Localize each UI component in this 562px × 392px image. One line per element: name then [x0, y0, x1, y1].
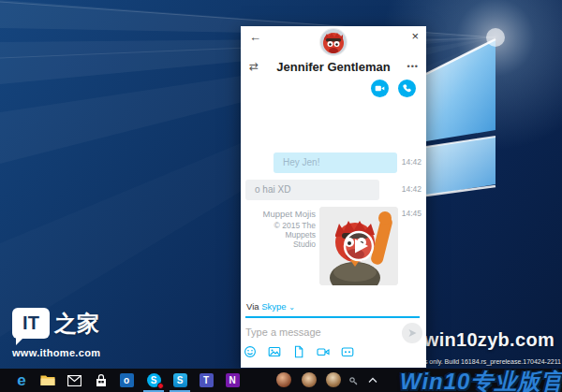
moji-icon[interactable] — [341, 345, 354, 358]
call-actions — [371, 80, 416, 97]
taskbar-file-explorer-icon[interactable] — [36, 369, 60, 392]
animal-muppet-avatar-image — [320, 29, 347, 55]
contact-avatar[interactable] — [320, 29, 347, 55]
skype-chat-window: ← × ⇄ Jennifer Gentleman ••• — [241, 26, 426, 368]
taskbar-people-avatar[interactable] — [326, 372, 341, 387]
sent-message-bubble: Hey Jen! — [274, 152, 397, 173]
via-channel[interactable]: Skype — [261, 301, 286, 312]
desktop: IT 之家 www.ithome.com win10zyb.com s only… — [0, 0, 562, 392]
watermark-insider-build: s only. Build 16184.rs_prerelease.170424… — [424, 358, 561, 365]
message-row-received: o hai XD 14:42 — [241, 180, 426, 200]
play-button-overlay — [345, 232, 373, 260]
taskbar-teams-icon[interactable]: T — [194, 369, 218, 392]
chevron-down-icon: ⌄ — [288, 303, 295, 312]
send-arrow-icon — [407, 327, 418, 339]
video-camera-icon — [375, 83, 385, 94]
via-label: Via — [246, 301, 259, 312]
voice-call-button[interactable] — [398, 80, 416, 97]
message-timestamp: 14:42 — [402, 157, 422, 167]
taskbar-skype-desktop-icon[interactable]: S — [141, 369, 166, 392]
ithome-url: www.ithome.com — [12, 347, 100, 358]
taskbar-tray-chevron-icon[interactable] — [363, 369, 382, 392]
moji-copyright: © 2015 The Muppets Studio — [245, 221, 316, 249]
send-button[interactable] — [402, 323, 422, 343]
taskbar-skype-preview-icon[interactable]: S — [168, 369, 192, 392]
taskbar-people-avatar[interactable] — [276, 372, 291, 387]
close-icon[interactable]: × — [411, 29, 419, 43]
message-timestamp: 14:42 — [402, 184, 422, 194]
taskbar-people-avatar[interactable] — [302, 372, 317, 387]
message-row-sent: Hey Jen! 14:42 — [241, 152, 426, 173]
video-call-button[interactable] — [371, 80, 389, 97]
taskbar-edge-icon[interactable]: e — [9, 369, 34, 392]
ithome-bubble-text: IT — [22, 312, 39, 334]
photo-icon[interactable] — [268, 345, 281, 358]
taskbar-people-more-icon[interactable] — [343, 369, 363, 392]
phone-icon — [402, 83, 412, 94]
watermark-site: win10zyb.com — [424, 329, 555, 351]
moji-video-thumbnail[interactable] — [319, 207, 398, 285]
taskbar-store-icon[interactable] — [89, 369, 113, 392]
window-titlebar: ← × — [241, 26, 426, 56]
file-icon[interactable] — [292, 345, 305, 358]
moji-copyright-line1: © 2015 The Muppets — [274, 221, 316, 240]
emoticon-icon[interactable] — [244, 345, 257, 358]
message-row-moji: Muppet Mojis © 2015 The Muppets Studio — [241, 206, 426, 290]
taskbar-outlook-icon[interactable]: o — [114, 369, 139, 392]
more-options-icon[interactable]: ••• — [407, 62, 419, 71]
taskbar-mail-icon[interactable] — [62, 369, 86, 392]
moji-title: Muppet Mojis — [245, 209, 316, 219]
message-input[interactable] — [245, 322, 395, 342]
received-message-bubble: o hai XD — [245, 180, 379, 200]
moji-copyright-line2: Studio — [293, 240, 316, 249]
ithome-cn-text: 之家 — [54, 308, 99, 339]
back-button[interactable]: ← — [249, 30, 261, 44]
message-timestamp: 14:45 — [402, 209, 422, 218]
video-message-icon[interactable] — [317, 345, 330, 358]
via-selector[interactable]: Via Skype ⌄ — [246, 301, 295, 312]
watermark-site-cn: Win10专业版官网 — [400, 367, 562, 392]
chat-header: ⇄ Jennifer Gentleman ••• — [241, 58, 426, 79]
taskbar-onenote-icon[interactable]: N — [220, 369, 244, 392]
composer-accent-line — [245, 316, 420, 318]
composer-toolbar — [244, 345, 354, 358]
ithome-logo: IT 之家 www.ithome.com — [12, 308, 100, 358]
animal-muppet-moji-image — [319, 207, 398, 285]
chat-title: Jennifer Gentleman — [241, 60, 426, 74]
ithome-bubble-logo: IT — [12, 308, 50, 339]
notification-badge — [157, 383, 164, 389]
